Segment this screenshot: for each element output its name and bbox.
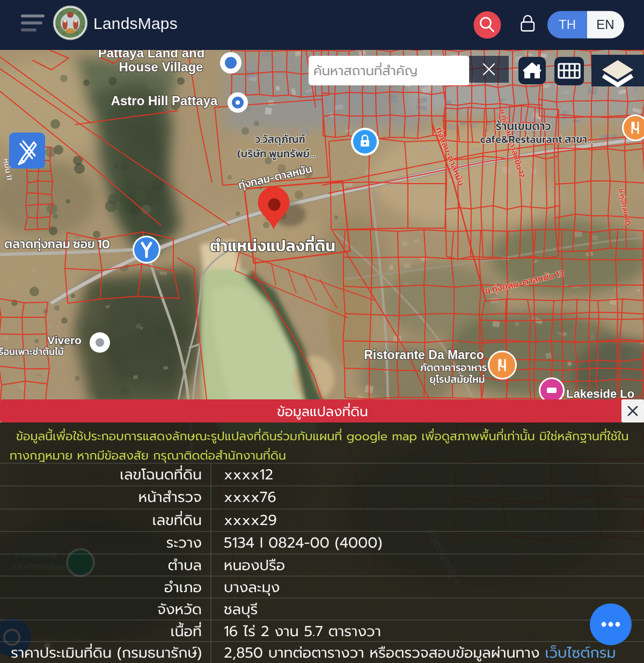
svg-text:House Village: House Village [119,60,203,74]
svg-text:TH: TH [559,17,576,32]
svg-text:Vivero: Vivero [47,334,82,346]
svg-text:LandsMaps: LandsMaps [93,14,178,32]
svg-text:Ristorante Da Marco: Ristorante Da Marco [364,348,484,362]
svg-text:Lakeside Lo: Lakeside Lo [566,387,634,400]
svg-text:EN: EN [596,17,614,32]
svg-text:Astro Hill Pattaya: Astro Hill Pattaya [111,93,218,108]
